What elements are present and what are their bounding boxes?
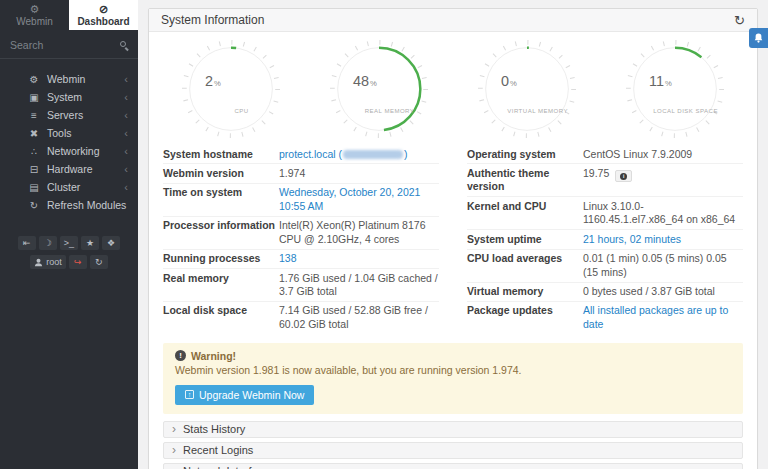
info-label: Processor information [163,219,279,246]
webmin-gear-icon: ⚙ [27,74,41,85]
night-mode-button[interactable]: ☽ [39,236,57,250]
hardware-icon: ⊟ [27,164,41,175]
gauge-real-memory: 48% REAL MEMORY [329,39,429,141]
tab-dashboard[interactable]: ⊘ Dashboard [69,0,138,30]
warning-message: Webmin version 1.981 is now available, b… [175,364,731,376]
chevron-left-icon: ‹ [124,92,128,103]
sidebar-item-label: Refresh Modules [47,199,126,211]
warning-box: ! Warning! Webmin version 1.981 is now a… [163,343,743,414]
chevron-left-icon: ‹ [124,74,128,85]
info-label: Real memory [163,272,279,299]
notifications-bell-button[interactable] [749,28,768,48]
cluster-icon: ▤ [27,182,41,193]
moon-icon: ☽ [44,239,52,248]
info-label: Package updates [467,304,583,331]
chevron-right-icon: › [172,465,176,469]
info-row-time-on-system: Time on systemWednesday, October 20, 202… [163,184,439,217]
system-icon: ▣ [27,92,41,103]
info-row-system-hostname: System hostnameprotect.local () [163,145,439,164]
info-label: System uptime [467,233,583,246]
section-label: Stats History [183,423,245,435]
gauge-label: VIRTUAL MEMORY [507,108,568,114]
info-value[interactable]: 21 hours, 02 minutes [583,233,681,246]
section-stats-history[interactable]: ›Stats History [163,421,743,438]
tab-webmin-label: Webmin [16,16,53,27]
main-area: System Information ↻ 2% CPU 48% REAL MEM… [138,0,768,469]
terminal-button[interactable]: >_ [60,236,78,250]
user-button[interactable]: root [30,255,66,269]
gear-icon: ⚙ [30,4,40,15]
system-info-left-column: System hostnameprotect.local ()Webmin ve… [149,145,453,334]
info-label: Local disk space [163,304,279,331]
upgrade-arrow-icon: ↑ [185,390,194,399]
panel-title: System Information [161,13,264,27]
gauge-label: LOCAL DISK SPACE [653,108,718,114]
info-row-virtual-memory: Virtual memory0 bytes used / 3.87 GiB to… [467,283,743,302]
info-label: Time on system [163,186,279,213]
sidebar-item-system[interactable]: ▣System‹ [0,88,138,106]
tools-icon: ✖ [27,128,41,139]
section-network-interfaces[interactable]: ›Network Interfaces [163,463,743,469]
info-icon: i [620,173,627,180]
search-input[interactable] [10,39,114,51]
gauge-label: REAL MEMORY [365,108,415,114]
logout-button[interactable]: ↪ [69,255,87,269]
sidebar-search [0,30,138,59]
info-value[interactable]: All installed packages are up to date [583,304,743,331]
gauges-row: 2% CPU 48% REAL MEMORY 0% VIRTUAL MEMORY… [149,32,757,142]
refresh-icon: ↻ [27,200,41,211]
info-row-operating-system: Operating systemCentOS Linux 7.9.2009 [467,145,743,164]
bell-icon [753,32,764,44]
sidebar-item-networking[interactable]: ∴Networking‹ [0,142,138,160]
sidebar-item-servers[interactable]: ≡Servers‹ [0,106,138,124]
info-value: 0.01 (1 min) 0.05 (5 mins) 0.05 (15 mins… [583,252,743,279]
chevron-right-icon: › [172,444,176,456]
info-row-system-uptime: System uptime21 hours, 02 minutes [467,230,743,249]
refresh-session-button[interactable]: ↻ [90,255,108,269]
sidebar: ⚙ Webmin ⊘ Dashboard ⚙Webmin‹▣System‹≡Se… [0,0,138,469]
sidebar-item-webmin[interactable]: ⚙Webmin‹ [0,70,138,88]
section-label: Network Interfaces [183,465,275,469]
info-label: System hostname [163,148,279,161]
collapse-sidebar-button[interactable]: ⇤ [18,236,36,250]
favorites-button[interactable]: ★ [81,236,99,250]
panel-header: System Information ↻ [149,9,757,32]
info-value[interactable]: Wednesday, October 20, 2021 10:55 AM [279,186,439,213]
gauge-local-disk-space: 11% LOCAL DISK SPACE [625,39,725,141]
sidebar-item-hardware[interactable]: ⊟Hardware‹ [0,160,138,178]
refresh-icon[interactable]: ↻ [734,14,745,27]
palette-icon: ❖ [107,239,115,248]
theme-info-badge[interactable]: i [615,170,632,182]
collapsed-sections: ›Stats History›Recent Logins›Network Int… [149,414,757,469]
user-icon [34,258,43,267]
sidebar-item-cluster[interactable]: ▤Cluster‹ [0,178,138,196]
section-label: Recent Logins [183,444,253,456]
info-row-running-processes: Running processes138 [163,250,439,269]
terminal-icon: >_ [64,239,74,248]
webmin-app: ⚙ Webmin ⊘ Dashboard ⚙Webmin‹▣System‹≡Se… [0,0,768,469]
theme-button[interactable]: ❖ [102,236,120,250]
tab-webmin[interactable]: ⚙ Webmin [0,0,69,30]
info-value[interactable]: 138 [279,252,297,265]
gauge-label: CPU [234,108,248,114]
gauge-cpu: 2% CPU [181,39,281,141]
upgrade-webmin-button[interactable]: ↑ Upgrade Webmin Now [175,385,314,405]
gauge-virtual-memory: 0% VIRTUAL MEMORY [477,39,577,141]
info-value: 19.75i [583,167,632,194]
search-icon[interactable] [120,41,126,47]
info-value: 1.76 GiB used / 1.04 GiB cached / 3.7 Gi… [279,272,439,299]
info-row-webmin-version: Webmin version1.974 [163,164,439,183]
info-label: Virtual memory [467,285,583,298]
warning-title: Warning! [191,350,236,362]
star-icon: ★ [86,239,94,248]
section-recent-logins[interactable]: ›Recent Logins [163,442,743,459]
info-row-package-updates: Package updatesAll installed packages ar… [467,302,743,334]
system-info-right-column: Operating systemCentOS Linux 7.9.2009Aut… [453,145,757,334]
sidebar-item-tools[interactable]: ✖Tools‹ [0,124,138,142]
sidebar-menu: ⚙Webmin‹▣System‹≡Servers‹✖Tools‹∴Network… [0,59,138,214]
sidebar-item-refresh-modules[interactable]: ↻Refresh Modules [0,196,138,214]
chevron-left-icon: ‹ [124,182,128,193]
tab-dashboard-label: Dashboard [77,16,129,27]
info-value[interactable]: protect.local () [279,148,408,161]
chevron-left-icon: ‹ [124,110,128,121]
